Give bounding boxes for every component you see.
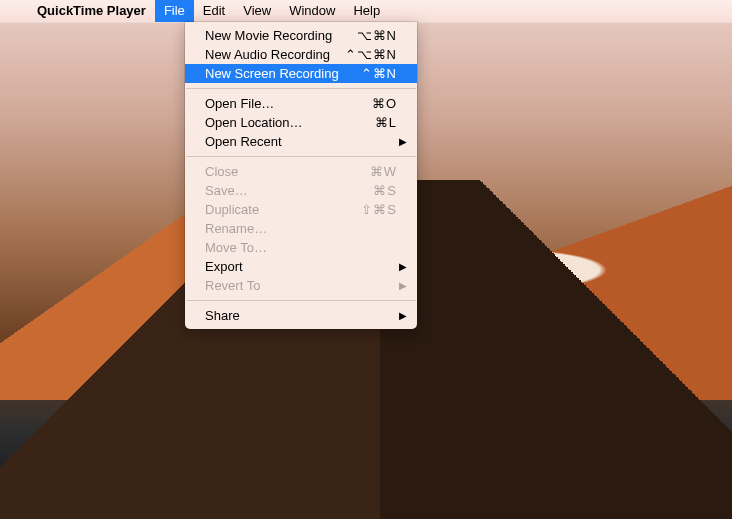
menu-item-new-movie-recording[interactable]: New Movie Recording⌥⌘N: [185, 26, 417, 45]
menu-item-label: Save…: [205, 181, 373, 200]
menu-view[interactable]: View: [234, 0, 280, 22]
menu-item-shortcut: ⌘L: [375, 113, 397, 132]
menu-separator: [186, 88, 416, 89]
menu-item-close: Close⌘W: [185, 162, 417, 181]
menu-item-share[interactable]: Share▶: [185, 306, 417, 325]
menu-item-move-to: Move To…: [185, 238, 417, 257]
menu-item-rename: Rename…: [185, 219, 417, 238]
menu-item-export[interactable]: Export▶: [185, 257, 417, 276]
menu-item-label: Duplicate: [205, 200, 361, 219]
menu-item-label: New Screen Recording: [205, 64, 361, 83]
menu-item-open-location[interactable]: Open Location…⌘L: [185, 113, 417, 132]
menu-item-new-audio-recording[interactable]: New Audio Recording⌃⌥⌘N: [185, 45, 417, 64]
menu-item-duplicate: Duplicate⇧⌘S: [185, 200, 417, 219]
menu-item-label: New Audio Recording: [205, 45, 345, 64]
menu-file[interactable]: File: [155, 0, 194, 22]
menu-item-shortcut: ⌃⌥⌘N: [345, 45, 397, 64]
app-name[interactable]: QuickTime Player: [28, 0, 155, 22]
menu-item-label: Move To…: [205, 238, 397, 257]
menu-item-label: Share: [205, 306, 397, 325]
menu-item-new-screen-recording[interactable]: New Screen Recording⌃⌘N: [185, 64, 417, 83]
menu-item-save: Save…⌘S: [185, 181, 417, 200]
menu-item-open-recent[interactable]: Open Recent▶: [185, 132, 417, 151]
menu-separator: [186, 156, 416, 157]
menu-item-shortcut: ⌃⌘N: [361, 64, 397, 83]
menu-item-revert-to: Revert To▶: [185, 276, 417, 295]
chevron-right-icon: ▶: [399, 306, 407, 325]
file-menu-dropdown: New Movie Recording⌥⌘NNew Audio Recordin…: [185, 22, 417, 329]
menu-item-label: Revert To: [205, 276, 397, 295]
chevron-right-icon: ▶: [399, 276, 407, 295]
chevron-right-icon: ▶: [399, 132, 407, 151]
menu-item-shortcut: ⌥⌘N: [357, 26, 397, 45]
menu-item-label: Close: [205, 162, 370, 181]
menu-item-label: Open File…: [205, 94, 372, 113]
menu-item-label: Open Recent: [205, 132, 397, 151]
menu-separator: [186, 300, 416, 301]
menu-edit[interactable]: Edit: [194, 0, 234, 22]
menu-bar: QuickTime Player FileEditViewWindowHelp: [0, 0, 732, 23]
menu-item-label: Export: [205, 257, 397, 276]
menu-window[interactable]: Window: [280, 0, 344, 22]
chevron-right-icon: ▶: [399, 257, 407, 276]
menu-item-shortcut: ⌘S: [373, 181, 397, 200]
menu-item-label: Rename…: [205, 219, 397, 238]
menu-item-label: New Movie Recording: [205, 26, 357, 45]
menu-item-shortcut: ⌘O: [372, 94, 397, 113]
menu-item-shortcut: ⌘W: [370, 162, 397, 181]
menu-item-open-file[interactable]: Open File…⌘O: [185, 94, 417, 113]
menu-item-shortcut: ⇧⌘S: [361, 200, 397, 219]
menu-item-label: Open Location…: [205, 113, 375, 132]
menu-help[interactable]: Help: [344, 0, 389, 22]
